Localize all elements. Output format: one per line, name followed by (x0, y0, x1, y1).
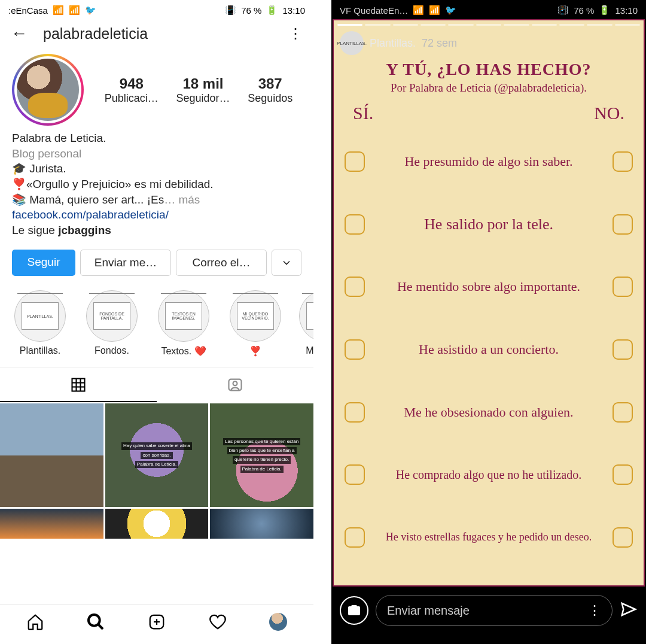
statusbar-left: :eEnCasa 📶 📶 🐦 📳 76 % 🔋 13:10 (0, 0, 313, 18)
stat-followers[interactable]: 18 mil Seguidor… (176, 75, 230, 105)
vibrate-icon: 📳 (225, 5, 236, 16)
post-thumbnail[interactable] (210, 509, 313, 539)
stat-following[interactable]: 387 Seguidos (248, 75, 292, 105)
profile-username: palabradeleticia (43, 25, 288, 42)
nav-profile[interactable] (268, 612, 288, 632)
story-screen: VF QuedateEn… 📶 📶 🐦 📳 76 % 🔋 13:10 PLANT… (331, 0, 646, 644)
more-options-icon[interactable]: ⋮ (288, 25, 303, 42)
followed-by-prefix: Le sigue (12, 224, 58, 236)
nav-new-post[interactable] (147, 612, 167, 632)
followed-by[interactable]: Le sigue jcbaggins (12, 223, 301, 238)
story-reply-input[interactable]: Enviar mensaje ⋮ (376, 595, 613, 626)
story-progress-bar (337, 24, 640, 26)
checkbox-no[interactable] (613, 214, 633, 235)
highlight-card-label (306, 302, 313, 330)
template-title: Y TÚ, ¿LO HAS HECHO? (342, 60, 635, 79)
highlight-more[interactable]: M (299, 290, 313, 357)
template-row: He visto estrellas fugaces y he pedido u… (345, 527, 633, 548)
question-text: He visto estrellas fugaces y he pedido u… (371, 531, 607, 543)
search-icon (86, 612, 105, 631)
checkbox-yes[interactable] (345, 151, 365, 172)
checkbox-no[interactable] (613, 464, 633, 485)
stat-posts-label: Publicaci… (105, 92, 159, 105)
message-button[interactable]: Enviar me… (80, 250, 171, 276)
highlight-card-label: TEXTOS EN IMÁGENES. (165, 302, 202, 330)
avatar-icon (269, 613, 287, 631)
notif-twitter-icon: 🐦 (445, 5, 456, 16)
chevron-down-icon (281, 257, 292, 269)
stat-posts[interactable]: 948 Publicaci… (105, 75, 159, 105)
wifi-icon: 📶 (429, 5, 440, 16)
template-row: He presumido de algo sin saber. (345, 151, 633, 172)
nav-search[interactable] (86, 612, 106, 632)
checkbox-no[interactable] (613, 151, 633, 172)
highlight-plantillas[interactable]: PLANTILLAS. Plantillas. (12, 290, 68, 357)
highlight-vecindario[interactable]: MI QUERIDO VECINDARIO. ❣️ (227, 290, 284, 357)
question-text: He salido por la tele. (371, 215, 607, 233)
checkbox-yes[interactable] (345, 527, 365, 548)
profile-avatar[interactable] (12, 54, 84, 126)
question-text: He presumido de algo sin saber. (371, 154, 607, 169)
highlight-card-label: FONDOS DE PANTALLA. (93, 302, 130, 330)
post-thumbnail[interactable] (0, 509, 103, 539)
post-caption: Hay quien sabe coserte el alma con sonri… (111, 423, 202, 489)
post-thumbnail[interactable]: Hay quien sabe coserte el alma con sonri… (105, 403, 209, 507)
template-subtitle: Por Palabra de Leticia (@palabradeletici… (342, 81, 635, 95)
back-icon[interactable]: ← (11, 24, 28, 43)
post-caption: Las personas que te quieren están bien p… (217, 423, 307, 489)
story-header[interactable]: PLANTILLAS. Plantillas. 72 sem (340, 31, 457, 55)
story-send-button[interactable] (620, 600, 638, 621)
bio-link[interactable]: facebook.com/palabradeleticia/ (12, 208, 169, 221)
nav-home[interactable] (25, 612, 45, 632)
checkbox-yes[interactable] (345, 402, 365, 423)
profile-topbar: ← palabradeleticia ⋮ (0, 18, 313, 49)
more-icon[interactable]: ⋮ (588, 603, 601, 618)
checkbox-yes[interactable] (345, 277, 365, 297)
email-button[interactable]: Correo el… (176, 250, 267, 276)
post-thumbnail[interactable] (0, 403, 103, 507)
story-avatar[interactable]: PLANTILLAS. (340, 31, 364, 55)
camera-icon (347, 603, 361, 618)
post-thumbnail[interactable]: Las personas que te quieren están bien p… (210, 403, 313, 507)
carrier-text: VF QuedateEn… (340, 5, 408, 16)
bio-line-3: 📚 Mamá, quiero ser art... ¡Es… más (12, 192, 301, 208)
clock-text: 13:10 (615, 5, 638, 16)
stat-following-label: Seguidos (248, 92, 292, 105)
checkbox-no[interactable] (613, 527, 633, 548)
svg-rect-0 (72, 379, 85, 391)
tagged-icon (227, 376, 243, 393)
battery-icon: 🔋 (266, 5, 278, 16)
template-row: He mentido sobre algo importante. (345, 277, 633, 297)
wifi-icon: 📶 (69, 5, 80, 16)
suggestions-toggle[interactable] (272, 250, 301, 276)
highlight-label: M (299, 345, 313, 356)
checkbox-no[interactable] (613, 402, 633, 423)
story-camera-button[interactable] (340, 596, 368, 625)
follow-button[interactable]: Seguir (12, 250, 75, 276)
send-icon (620, 600, 638, 618)
profile-header-row: 948 Publicaci… 18 mil Seguidor… 387 Segu… (0, 49, 313, 129)
checkbox-yes[interactable] (345, 464, 365, 485)
post-thumbnail[interactable] (105, 509, 209, 539)
checkbox-yes[interactable] (345, 339, 365, 360)
signal-icon: 📶 (53, 5, 64, 16)
highlight-fondos[interactable]: FONDOS DE PANTALLA. Fondos. (84, 290, 140, 357)
template-question-list: He presumido de algo sin saber. He salid… (342, 126, 635, 571)
bio-name: Palabra de Leticia. (12, 130, 301, 146)
checkbox-yes[interactable] (345, 214, 365, 235)
bio-more-link[interactable]: … más (164, 193, 200, 206)
checkbox-no[interactable] (613, 339, 633, 360)
bottom-nav (0, 604, 313, 644)
signal-icon: 📶 (413, 5, 424, 16)
tab-tagged[interactable] (157, 368, 313, 402)
grid-icon (70, 376, 87, 393)
highlight-card-label: PLANTILLAS. (22, 302, 59, 330)
story-content-area[interactable]: PLANTILLAS. Plantillas. 72 sem Y TÚ, ¿LO… (333, 19, 645, 587)
highlights-row[interactable]: PLANTILLAS. Plantillas. FONDOS DE PANTAL… (0, 282, 313, 362)
highlight-label: Plantillas. (12, 345, 68, 356)
nav-activity[interactable] (208, 612, 228, 632)
checkbox-no[interactable] (613, 277, 633, 297)
tab-grid[interactable] (0, 368, 157, 402)
svg-point-7 (89, 615, 100, 626)
highlight-textos[interactable]: TEXTOS EN IMÁGENES. Textos. ❤️ (156, 290, 212, 357)
